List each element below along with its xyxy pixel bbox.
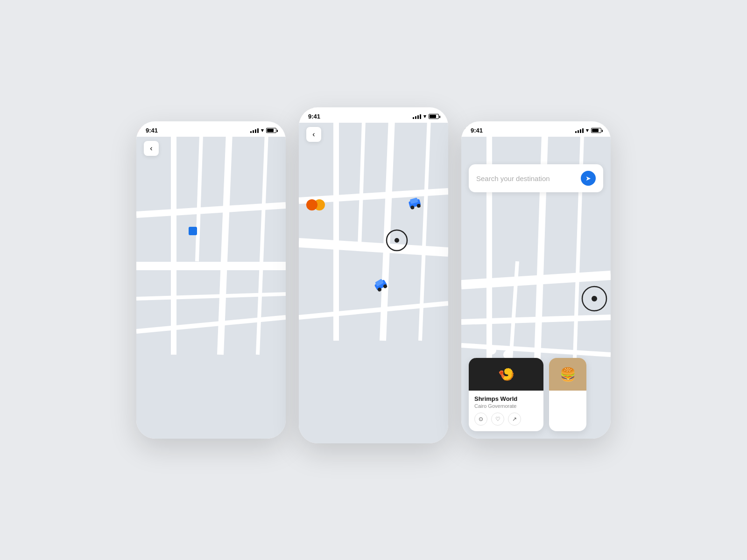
signal-icon-2 [413,114,421,119]
place-actions-1: ⊙ ♡ ↗ [474,413,538,426]
status-icons-2: ▾ [413,113,439,119]
map-2 [299,107,448,443]
status-bar-1: 9:41 ▾ [136,121,286,137]
time-2: 9:41 [308,113,320,120]
svg-point-17 [395,238,399,243]
place-card-img-2: 🍔 [549,358,586,391]
wifi-icon-1: ▾ [261,127,264,133]
status-bar-3: 9:41 ▾ [461,121,611,137]
battery-icon-1 [266,128,276,133]
place-card-1: 🍤 Shrimps World Cairo Governorate ⊙ ♡ ↗ [469,358,543,431]
back-icon-2: ‹ [312,130,315,139]
svg-line-4 [136,317,286,331]
place-card-body-1: Shrimps World Cairo Governorate ⊙ ♡ ↗ [469,391,543,431]
map-1 [136,121,286,439]
phone-3: 9:41 ▾ ☰ Panda Places ⋮ [461,121,611,439]
svg-line-3 [220,121,230,355]
share-button-1[interactable]: ↗ [508,413,521,426]
place-card-img-1: 🍤 [469,358,543,391]
svg-line-13 [299,303,448,317]
back-button-2[interactable]: ‹ [306,127,321,142]
place-cards: 🍤 Shrimps World Cairo Governorate ⊙ ♡ ↗ [461,350,611,439]
svg-rect-8 [189,227,197,235]
phone-1: 9:41 ▾ [136,121,286,439]
navigate-icon: ⊙ [479,416,483,422]
battery-icon-3 [591,128,601,133]
svg-line-12 [383,107,392,341]
svg-line-7 [197,121,202,261]
signal-icon-3 [575,128,584,133]
svg-point-34 [592,296,597,301]
svg-line-26 [461,275,611,285]
wifi-icon-3: ▾ [586,127,589,133]
back-icon-1: ‹ [150,144,152,153]
place-name-1: Shrimps World [474,395,538,402]
place-card-2: 🍔 [549,358,586,431]
location-arrow-icon: ➤ [585,175,591,182]
mastercard-icon [306,199,325,210]
back-button-1[interactable]: ‹ [144,141,159,156]
place-location-1: Cairo Governorate [474,403,538,409]
wifi-icon-2: ▾ [423,113,426,119]
svg-line-15 [359,107,364,247]
time-3: 9:41 [471,127,483,134]
phones-container: 9:41 ▾ [136,117,611,443]
time-1: 9:41 [146,127,158,134]
search-bar[interactable]: Search your destination ➤ [469,164,603,192]
heart-icon: ♡ [495,416,500,422]
location-button[interactable]: ➤ [581,171,596,186]
battery-icon-2 [429,114,439,119]
status-icons-1: ▾ [250,127,276,133]
share-icon: ↗ [512,416,517,422]
search-placeholder: Search your destination [476,175,550,182]
signal-icon-1 [250,128,259,133]
navigate-button-1[interactable]: ⊙ [474,413,487,426]
status-icons-3: ▾ [575,127,601,133]
phone-2: 9:41 ▾ [299,107,448,443]
svg-line-6 [136,294,286,299]
status-bar-2: 9:41 ▾ [299,107,448,123]
favorite-button-1[interactable]: ♡ [491,413,504,426]
